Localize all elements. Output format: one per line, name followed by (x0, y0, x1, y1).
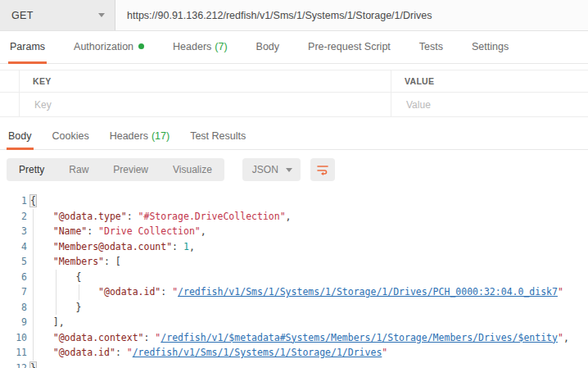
method-select[interactable]: GET (0, 0, 115, 30)
tab-label: Tests (419, 41, 443, 52)
tab-response-headers[interactable]: Headers (17) (108, 124, 171, 150)
code-line: 7 "@odata.id": "/redfish/v1/Sms/1/System… (0, 284, 588, 300)
tab-label: Body (8, 130, 32, 142)
line-number: 9 (0, 315, 27, 330)
url-input[interactable] (115, 0, 588, 30)
tab-test-results[interactable]: Test Results (188, 124, 247, 150)
code-line: 12} (0, 361, 588, 368)
code-token (30, 347, 53, 358)
code-token (30, 316, 53, 328)
code-line: 3 "Name": "Drive Collection", (0, 224, 588, 239)
code-token (30, 225, 53, 237)
params-table-header: KEY VALUE (0, 70, 588, 93)
code-token (30, 286, 98, 298)
view-preview-button[interactable]: Preview (101, 158, 161, 181)
code-line: 6 { (0, 270, 588, 285)
code-line: 9 ], (0, 315, 588, 330)
code-token: } (75, 302, 81, 313)
line-number: 3 (0, 224, 27, 239)
response-toolbar: Pretty Raw Preview Visualize JSON (7, 158, 581, 181)
code-token: "#Storage.DriveCollection" (138, 211, 286, 222)
line-number: 4 (0, 239, 27, 255)
code-token: " (558, 332, 563, 343)
code-token: { (75, 271, 81, 283)
tab-label: Headers (110, 130, 148, 142)
code-token: : [ (104, 256, 121, 267)
line-number: 11 (0, 345, 27, 361)
headers-count-badge: (7) (215, 41, 227, 52)
code-token: "@odata.context" (53, 332, 144, 343)
code-token: "Members" (53, 256, 104, 267)
param-value-input[interactable] (405, 98, 582, 111)
code-token: , (201, 225, 206, 237)
tab-cookies[interactable]: Cookies (51, 124, 91, 150)
postman-request-panel: GET Params Authorization Headers (7) Bod… (0, 0, 588, 368)
line-number: 2 (0, 209, 27, 225)
key-column-header: KEY (20, 70, 391, 92)
tab-settings[interactable]: Settings (470, 31, 510, 64)
code-token: "Drive Collection" (98, 225, 201, 237)
indent-guide (33, 209, 34, 361)
tab-label: Test Results (190, 130, 246, 142)
line-number: 12 (0, 361, 27, 368)
tab-response-body[interactable]: Body (7, 124, 34, 150)
tab-label: Cookies (52, 130, 89, 142)
code-line: 11 "@odata.id": "/redfish/v1/Sms/1/Syste… (0, 345, 588, 361)
value-column-header: VALUE (391, 70, 588, 92)
method-label: GET (11, 10, 34, 21)
tab-headers[interactable]: Headers (7) (171, 31, 229, 64)
code-token: "Members@odata.count" (53, 241, 172, 252)
tab-label: Params (10, 41, 45, 52)
tab-tests[interactable]: Tests (418, 31, 445, 64)
code-token (30, 211, 53, 222)
tab-label: Authorization (74, 41, 133, 52)
code-line: 10 "@odata.context": "/redfish/v1/$metad… (0, 330, 588, 346)
view-pretty-button[interactable]: Pretty (7, 158, 57, 181)
code-token: "@odata.id" (53, 347, 115, 358)
code-token: : (127, 211, 138, 222)
tab-authorization[interactable]: Authorization (72, 31, 146, 64)
line-number: 10 (0, 330, 27, 346)
code-token (30, 302, 75, 313)
code-line: 8 } (0, 300, 588, 316)
params-table: KEY VALUE (0, 70, 588, 117)
code-token: " (558, 286, 563, 298)
line-number: 5 (0, 254, 27, 270)
code-token: " (382, 347, 387, 358)
code-token: } (30, 362, 36, 368)
view-visualize-button[interactable]: Visualize (161, 158, 224, 181)
tab-label: Headers (173, 41, 211, 52)
tab-pre-request-script[interactable]: Pre-request Script (306, 31, 392, 64)
json-link[interactable]: /redfish/v1/$metadata#Systems/Members/1/… (161, 332, 558, 343)
code-line: 2 "@odata.type": "#Storage.DriveCollecti… (0, 209, 588, 225)
code-token: 1 (183, 241, 189, 252)
code-token: : (115, 347, 127, 358)
json-link[interactable]: /redfish/v1/Sms/1/Systems/1/Storage/1/Dr… (178, 286, 558, 298)
url-bar: GET (0, 0, 588, 31)
code-token (30, 241, 53, 252)
auth-status-dot-icon (138, 43, 144, 49)
code-token: : (143, 332, 155, 343)
tab-label: Settings (472, 41, 509, 52)
tab-body[interactable]: Body (255, 31, 282, 64)
text-wrap-icon (316, 163, 329, 176)
view-raw-button[interactable]: Raw (57, 158, 101, 181)
params-table-row (0, 93, 588, 116)
tab-label: Body (256, 41, 280, 52)
view-mode-switcher: Pretty Raw Preview Visualize (7, 158, 224, 181)
line-number: 6 (0, 270, 27, 285)
code-token: "@odata.id" (98, 286, 161, 298)
response-headers-count-badge: (17) (152, 130, 170, 142)
code-token: , (189, 241, 195, 252)
tab-params[interactable]: Params (8, 31, 47, 64)
wrap-lines-button[interactable] (310, 158, 335, 181)
code-token: : (87, 225, 98, 237)
indent-guide (56, 270, 57, 315)
language-select[interactable]: JSON (242, 158, 301, 181)
param-key-input[interactable] (33, 98, 376, 111)
code-token: : (172, 241, 183, 252)
code-token: : (161, 286, 172, 298)
response-tabs: Body Cookies Headers (17) Test Results (0, 124, 588, 150)
code-token (30, 271, 75, 283)
json-link[interactable]: /redfish/v1/Sms/1/Systems/1/Storage/1/Dr… (133, 347, 382, 358)
